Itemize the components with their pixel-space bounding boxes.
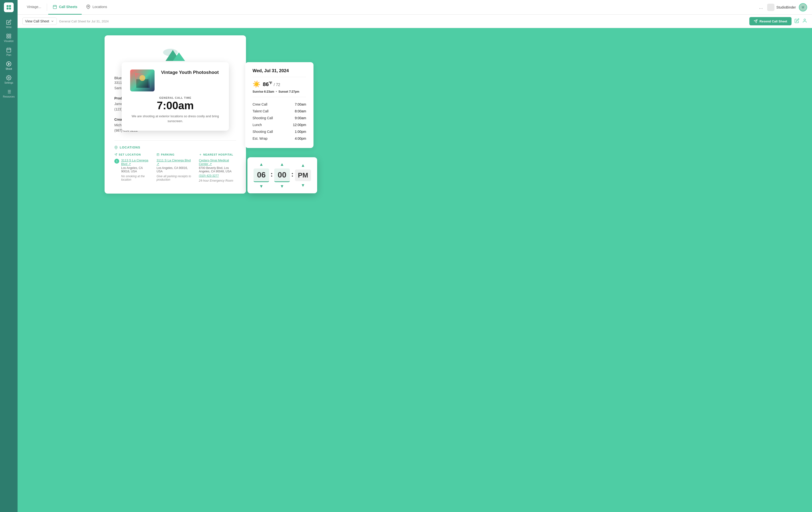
schedule-row-time: 9:00am <box>295 116 306 120</box>
sidebar-item-plan[interactable]: Plan <box>0 45 18 59</box>
photo-placeholder <box>135 73 150 88</box>
svg-rect-7 <box>7 36 8 38</box>
time-separator-1: : <box>270 170 273 178</box>
loc-number: 1 <box>114 159 119 164</box>
hours-down-button[interactable]: ▼ <box>259 184 263 189</box>
locations-section: LOCATIONS SET LOCATION 1 3113 S La Ciene… <box>114 140 236 184</box>
project-name: Vintage... <box>27 5 41 9</box>
overlay-photo-image <box>130 69 154 91</box>
schedule-row: Talent Call8:00am <box>253 108 306 115</box>
main-content: Blue Hill Studios Blue Hill Studios 3311… <box>18 28 333 512</box>
sidebar-item-settings[interactable]: Settings <box>0 73 18 87</box>
sidebar-item-write-label: Write <box>6 26 11 29</box>
right-panel: Wed, Jul 31, 2024 ☀️ 86°F / 72 Sunrise 6… <box>245 62 314 148</box>
time-separator-2: : <box>291 170 293 178</box>
svg-rect-2 <box>7 7 8 9</box>
view-call-sheet-label: View Call Sheet <box>25 19 49 23</box>
locations-grid: SET LOCATION 1 3113 S La Cienega Blvd ↗ … <box>114 153 236 184</box>
parking-item: 3111 S La Cienega Blvd ↗ Los Angeles, CA… <box>156 159 194 181</box>
hospital-phone[interactable]: (310) 423-3277 <box>199 174 236 177</box>
project-name-tab[interactable]: Vintage... <box>23 0 46 15</box>
schedule-row-label: Crew Call <box>253 103 267 106</box>
ampm-down-button[interactable]: ▼ <box>301 183 305 188</box>
overlay-note: We are shooting at exterior locations so… <box>130 114 221 123</box>
top-navigation: Vintage... Call Sheets Locations ... Stu… <box>18 0 333 15</box>
svg-rect-0 <box>7 5 8 7</box>
sidebar-item-resources[interactable]: Resources <box>0 87 18 101</box>
sidebar-item-write[interactable]: Write <box>0 17 18 31</box>
svg-point-14 <box>8 77 9 79</box>
sunset-label: Sunset <box>279 90 288 93</box>
studio-logo-svg <box>161 45 190 62</box>
parking-address-link[interactable]: 3111 S La Cienega Blvd ↗ <box>156 159 194 166</box>
arrow-icon <box>114 153 117 156</box>
time-picker[interactable]: ▲ 06 ▼ : ▲ 00 ▼ : ▲ PM ▼ <box>248 157 317 193</box>
hours-value[interactable]: 06 <box>254 168 269 182</box>
nav-separator <box>47 4 47 11</box>
set-city: Los Angeles, CA 90016, USA <box>121 166 152 173</box>
hospital-address: 8700 Beverly Blvd, Los Angeles, CA 90048… <box>199 166 236 173</box>
hours-up-button[interactable]: ▲ <box>259 162 263 167</box>
parking-label: PARKING <box>156 153 194 156</box>
overlay-title: Vintage Youth Photoshoot <box>160 69 221 76</box>
svg-rect-21 <box>53 5 57 9</box>
svg-rect-5 <box>9 34 11 36</box>
sidebar-item-settings-label: Settings <box>4 81 13 84</box>
minutes-value[interactable]: 00 <box>274 168 290 182</box>
sunrise-time: 6:23am <box>264 90 274 93</box>
hospital-name-link[interactable]: Cedars-Sinai Medical Center ↗ <box>199 159 236 166</box>
breadcrumb: General Call Sheet for Jul 31, 2024 <box>59 20 333 23</box>
svg-point-40 <box>140 75 145 81</box>
set-address-link[interactable]: 3113 S La Cienega Blvd ↗ <box>121 159 152 166</box>
overlay-callsheet-card: Vintage Youth Photoshoot GENERAL CALL TI… <box>122 62 229 131</box>
parking-city: Los Angeles, CA 90016, USA <box>156 166 194 173</box>
view-call-sheet-button[interactable]: View Call Sheet <box>23 18 57 25</box>
app-logo[interactable] <box>4 2 13 12</box>
svg-rect-6 <box>9 36 11 38</box>
ampm-up-button[interactable]: ▲ <box>301 163 305 168</box>
calendar-icon <box>53 5 57 9</box>
svg-point-32 <box>116 147 117 148</box>
sidebar: Write Visualize Plan Shoot Settings Reso… <box>0 0 18 512</box>
svg-point-12 <box>7 62 11 66</box>
hospital-label: NEAREST HOSPITAL <box>199 153 236 156</box>
svg-point-25 <box>88 6 89 7</box>
schedule-row: Lunch12:00pm <box>253 121 306 128</box>
overlay-title-area: Vintage Youth Photoshoot <box>160 69 221 76</box>
tab-locations-label: Locations <box>92 5 107 9</box>
hospital-col: NEAREST HOSPITAL Cedars-Sinai Medical Ce… <box>199 153 236 184</box>
schedule-row: Crew Call7:00am <box>253 101 306 108</box>
sun-icon: ☀️ <box>253 81 260 88</box>
cross-icon <box>199 153 202 156</box>
tab-locations[interactable]: Locations <box>82 0 111 15</box>
parking-icon <box>156 153 160 156</box>
overlay-call-time: 7:00am <box>130 100 221 111</box>
schedule-row: Est. Wrap4:00pm <box>253 135 306 142</box>
schedule-row-label: Shooting Call <box>253 130 273 134</box>
set-location-item: 1 3113 S La Cienega Blvd ↗ Los Angeles, … <box>114 159 152 181</box>
pin-icon <box>86 5 90 9</box>
schedule-row-time: 8:00am <box>295 109 306 113</box>
sidebar-item-visualize-label: Visualize <box>4 40 13 42</box>
set-note: No smoking at the location <box>121 175 152 181</box>
rp-sun: Sunrise 6:23am • Sunset 7:27pm <box>253 90 306 97</box>
locations-heading: LOCATIONS <box>114 146 236 149</box>
sidebar-item-visualize[interactable]: Visualize <box>0 31 18 45</box>
rp-date: Wed, Jul 31, 2024 <box>253 68 306 77</box>
sub-toolbar: View Call Sheet General Call Sheet for J… <box>18 15 333 28</box>
tab-call-sheets[interactable]: Call Sheets <box>48 0 82 15</box>
hospital-note: 24-hour Emergency Room <box>199 179 236 182</box>
minutes-down-button[interactable]: ▼ <box>280 184 284 189</box>
ampm-value[interactable]: PM <box>295 169 311 181</box>
sidebar-item-shoot[interactable]: Shoot <box>0 59 18 73</box>
minutes-col: ▲ 00 ▼ <box>274 162 290 189</box>
svg-marker-13 <box>8 63 10 65</box>
sidebar-item-resources-label: Resources <box>3 95 14 98</box>
overlay-photo <box>130 69 154 91</box>
ampm-col: ▲ PM ▼ <box>295 163 311 188</box>
set-location-label: SET LOCATION <box>114 153 152 156</box>
minutes-up-button[interactable]: ▲ <box>280 162 284 167</box>
svg-rect-4 <box>7 34 8 36</box>
schedule-row-label: Est. Wrap <box>253 137 267 140</box>
sunset-time: 7:27pm <box>289 90 299 93</box>
